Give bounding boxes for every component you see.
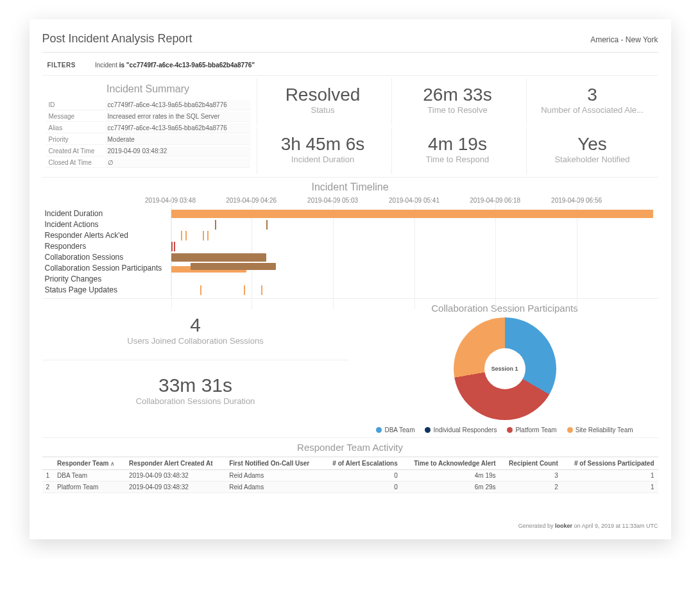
tl-row-incident-duration: Incident Duration (42, 208, 171, 219)
gantt-tick[interactable] (207, 231, 209, 240)
gantt-tick[interactable] (174, 242, 175, 251)
gantt-tick[interactable] (261, 285, 262, 295)
sort-asc-icon: ∧ (110, 460, 115, 467)
responder-table-panel: Responder Team Activity Responder Team ∧… (42, 437, 658, 493)
gantt-tick[interactable] (203, 231, 204, 240)
table-row[interactable]: 2 Platform Team 2019-04-09 03:48:32 Reid… (42, 482, 658, 493)
timeline-axis: 2019-04-09 03:48 2019-04-09 04:26 2019-0… (171, 197, 658, 208)
gantt-tick[interactable] (185, 231, 187, 240)
legend-dot-icon (425, 427, 431, 433)
timeline-panel: Incident Timeline 2019-04-09 03:48 2019-… (42, 177, 658, 296)
col-responder-team[interactable]: Responder Team ∧ (53, 457, 125, 470)
metric-incident-duration: 3h 45m 6s Incident Duration (257, 128, 389, 174)
col-first-notified[interactable]: First Notified On-Call User (225, 457, 321, 470)
legend-item[interactable]: Platform Team (507, 426, 556, 433)
legend-item[interactable]: DBA Team (376, 426, 414, 433)
legend-item[interactable]: Individual Responders (425, 426, 497, 433)
mid-grid: 4 Users Joined Collaboration Sessions 33… (42, 298, 658, 433)
gantt-tick[interactable] (200, 285, 201, 295)
report-page: Post Incident Analysis Report America - … (30, 19, 671, 539)
summary-table: IDcc7749f7-a6ce-4c13-9a65-bba62b4a8776 M… (45, 99, 252, 169)
legend-dot-icon (507, 427, 513, 433)
footer: Generated by looker on April 9, 2019 at … (42, 519, 658, 533)
metric-time-to-respond: 4m 19s Time to Respond (391, 128, 524, 174)
metric-users-joined: 4 Users Joined Collaboration Sessions (42, 303, 349, 357)
donut-panel: Collaboration Session Participants Sessi… (352, 303, 658, 433)
gantt-tick[interactable] (181, 231, 182, 240)
tl-row-responders: Responders (42, 241, 171, 252)
donut-legend: DBA Team Individual Responders Platform … (352, 426, 658, 433)
top-grid: Incident Summary IDcc7749f7-a6ce-4c13-9a… (42, 78, 658, 174)
col-escalations[interactable]: # of Alert Escalations (321, 457, 401, 470)
timeline-title: Incident Timeline (42, 181, 658, 193)
donut-center-label: Session 1 (454, 317, 556, 420)
table-row[interactable]: 1 DBA Team 2019-04-09 03:48:32 Reid Adam… (42, 470, 658, 482)
gantt-tick[interactable] (244, 285, 245, 295)
metric-status: Resolved Status (257, 78, 389, 125)
gantt-bar[interactable] (191, 263, 276, 270)
summary-title: Incident Summary (45, 83, 252, 95)
col-recipient-count[interactable]: Recipient Count (500, 457, 562, 470)
tl-row-priority: Priority Changes (42, 274, 171, 285)
gantt-tick[interactable] (215, 220, 216, 230)
looker-logo: looker (555, 523, 572, 529)
filters-text: Incident is "cc7749f7-a6ce-4c13-9a65-bba… (95, 62, 255, 69)
donut-chart[interactable]: Session 1 (454, 317, 556, 420)
legend-item[interactable]: Site Reliability Team (567, 426, 633, 433)
gantt-tick[interactable] (171, 242, 173, 251)
col-sessions[interactable]: # of Sessions Participated (562, 457, 658, 470)
legend-dot-icon (567, 427, 573, 433)
tl-row-collab-sessions: Collaboration Sessions (42, 252, 171, 263)
tl-row-incident-actions: Incident Actions (42, 219, 171, 230)
incident-summary-panel: Incident Summary IDcc7749f7-a6ce-4c13-9a… (42, 78, 254, 174)
tl-row-statuspage: Status Page Updates (42, 285, 171, 296)
header: Post Incident Analysis Report America - … (42, 32, 658, 53)
page-title: Post Incident Analysis Report (42, 32, 192, 46)
tl-row-ack: Responder Alerts Ack'ed (42, 230, 171, 241)
tl-row-collab-participants: Collaboration Session Participants (42, 263, 171, 274)
filters-bar: FILTERS Incident is "cc7749f7-a6ce-4c13-… (42, 59, 658, 76)
timezone-label: America - New York (590, 35, 658, 44)
gantt-bar[interactable] (171, 210, 653, 218)
gantt-tick[interactable] (266, 220, 268, 230)
responder-table: Responder Team ∧ Responder Alert Created… (42, 457, 658, 493)
filters-heading: FILTERS (47, 62, 76, 69)
legend-dot-icon (376, 427, 382, 433)
gantt-bar[interactable] (171, 253, 266, 262)
col-tta[interactable]: Time to Acknowledge Alert (402, 457, 500, 470)
metric-collab-duration: 33m 31s Collaboration Sessions Duration (42, 363, 349, 417)
metric-associated-alerts: 3 Number of Associated Ale... (526, 78, 658, 125)
metric-time-to-resolve: 26m 33s Time to Resolve (391, 78, 524, 125)
metric-stakeholder-notified: Yes Stakeholder Notified (526, 128, 658, 174)
col-created-at[interactable]: Responder Alert Created At (125, 457, 225, 470)
table-title: Responder Team Activity (42, 442, 658, 453)
